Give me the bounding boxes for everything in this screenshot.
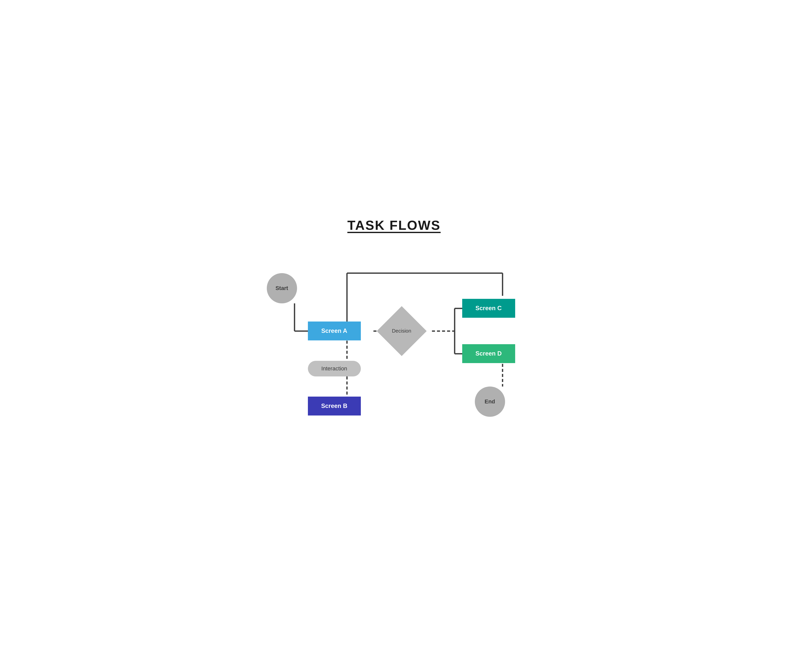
interaction-node: Interaction <box>308 361 361 376</box>
decision-label: Decision <box>392 328 411 334</box>
decision-node: Decision <box>384 314 419 349</box>
page-container: TASK FLOWS <box>243 218 545 455</box>
screen-d-node: Screen D <box>462 344 515 363</box>
diagram: Start Screen A Interaction Screen B Deci… <box>243 248 545 455</box>
page-title: TASK FLOWS <box>243 218 545 233</box>
screen-b-node: Screen B <box>308 396 361 415</box>
end-node: End <box>475 387 505 417</box>
start-node: Start <box>267 273 297 303</box>
screen-a-node: Screen A <box>308 322 361 341</box>
screen-c-node: Screen C <box>462 299 515 318</box>
